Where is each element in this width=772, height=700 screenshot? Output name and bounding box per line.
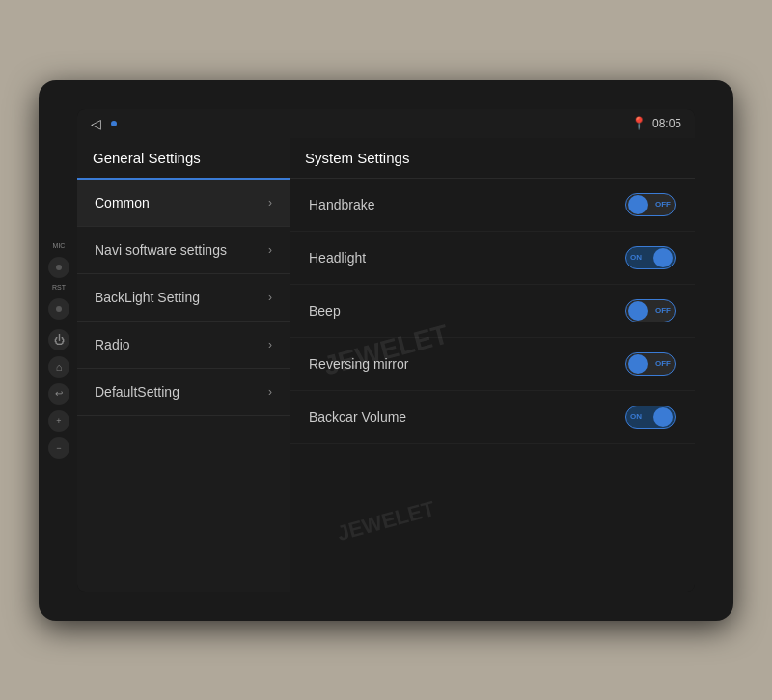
backcar-toggle-text: ON	[630, 412, 642, 421]
setting-row-headlight: Headlight ON	[290, 232, 695, 285]
right-panel: System Settings Handbrake OFF Headlight …	[290, 138, 695, 592]
rst-label: RST	[52, 284, 66, 291]
setting-row-handbrake: Handbrake OFF	[290, 179, 695, 232]
power-button[interactable]: ⏻	[48, 329, 69, 350]
headlight-toggle-text: ON	[630, 253, 642, 262]
beep-toggle[interactable]: OFF	[625, 299, 676, 322]
menu-item-radio[interactable]: Radio ›	[77, 322, 290, 369]
back-button[interactable]: ↩	[48, 383, 69, 405]
status-right: 📍 08:05	[631, 116, 681, 130]
beep-label: Beep	[309, 303, 341, 319]
dot-indicator	[111, 121, 117, 126]
handbrake-label: Handbrake	[309, 197, 375, 212]
backcar-toggle[interactable]: ON	[625, 406, 676, 429]
handbrake-knob	[628, 195, 648, 214]
chevron-icon-default: ›	[268, 385, 272, 399]
handbrake-toggle[interactable]: OFF	[625, 193, 676, 216]
menu-item-backlight-label: BackLight Setting	[95, 290, 200, 305]
chevron-icon-navi: ›	[268, 243, 272, 257]
setting-row-reversing: Reversing mirror OFF	[290, 338, 695, 391]
menu-item-common-label: Common	[95, 195, 150, 210]
reversing-label: Reversing mirror	[309, 356, 408, 372]
mic-label: MIC	[53, 242, 66, 249]
menu-item-default-label: DefaultSetting	[95, 384, 179, 400]
status-left: ◁	[91, 116, 117, 131]
backcar-knob	[653, 407, 673, 427]
screen: ◁ 📍 08:05 General Settings Common › Navi…	[77, 109, 695, 592]
beep-toggle-text: OFF	[655, 306, 671, 315]
headlight-label: Headlight	[309, 250, 366, 266]
menu-item-backlight[interactable]: BackLight Setting ›	[77, 274, 290, 322]
mic-button[interactable]	[48, 257, 69, 278]
rst-button[interactable]	[48, 298, 69, 320]
reversing-knob	[628, 354, 648, 374]
svg-point-1	[56, 306, 62, 312]
menu-item-navi[interactable]: Navi software settings ›	[77, 227, 290, 274]
menu-item-default[interactable]: DefaultSetting ›	[77, 369, 290, 416]
vol-dn-button[interactable]: −	[48, 437, 69, 459]
left-panel-title: General Settings	[77, 138, 290, 180]
handbrake-toggle-text: OFF	[655, 200, 671, 209]
side-controls: MIC RST ⏻ ⌂ ↩ + −	[48, 242, 69, 459]
setting-row-beep: Beep OFF	[290, 285, 695, 338]
vol-up-button[interactable]: +	[48, 410, 69, 432]
menu-item-common[interactable]: Common ›	[77, 180, 290, 227]
left-panel: General Settings Common › Navi software …	[77, 138, 290, 592]
backcar-label: Backcar Volume	[309, 409, 406, 425]
main-content: General Settings Common › Navi software …	[77, 138, 695, 592]
setting-row-backcar: Backcar Volume ON	[290, 391, 695, 444]
menu-item-radio-label: Radio	[95, 337, 130, 352]
menu-item-navi-label: Navi software settings	[95, 242, 227, 258]
chevron-icon-backlight: ›	[268, 291, 272, 304]
headlight-knob	[653, 248, 673, 267]
home-button[interactable]: ⌂	[48, 356, 69, 378]
car-unit: MIC RST ⏻ ⌂ ↩ + − ◁	[39, 80, 733, 621]
back-arrow-icon[interactable]: ◁	[91, 116, 101, 131]
right-panel-title: System Settings	[290, 138, 695, 179]
svg-point-0	[56, 265, 62, 270]
reversing-toggle-text: OFF	[655, 359, 671, 368]
chevron-icon-common: ›	[268, 196, 272, 210]
time-display: 08:05	[652, 117, 681, 130]
headlight-toggle[interactable]: ON	[625, 246, 676, 269]
location-icon: 📍	[631, 116, 647, 130]
chevron-icon-radio: ›	[268, 338, 272, 351]
beep-knob	[628, 301, 648, 321]
status-bar: ◁ 📍 08:05	[77, 109, 695, 138]
reversing-toggle[interactable]: OFF	[625, 352, 676, 376]
